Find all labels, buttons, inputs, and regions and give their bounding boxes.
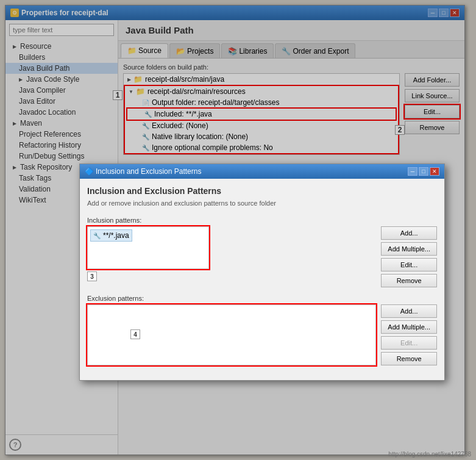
modal-dialog: 🔷 Inclusion and Exclusion Patterns ─ □ ✕… — [79, 164, 445, 381]
modal-icon: 🔷 — [85, 167, 93, 176]
inclusion-edit-button[interactable]: Edit... — [381, 258, 437, 271]
inclusion-list-container: 🔧 **/*.java 3 — [87, 226, 376, 287]
exclusion-row: 4 Add... Add Multiple... Edit... Remove — [87, 304, 437, 365]
inclusion-pattern-list: 🔧 **/*.java — [87, 226, 209, 269]
inclusion-label: Inclusion patterns: — [87, 217, 437, 224]
annotation-3-box: 🔧 **/*.java — [87, 226, 209, 269]
inclusion-add-multiple-button[interactable]: Add Multiple... — [381, 242, 437, 256]
exclusion-list-container: 4 — [87, 304, 376, 365]
annotation-4: 4 — [130, 329, 140, 339]
modal-description: Add or remove inclusion and exclusion pa… — [87, 199, 437, 207]
exclusion-label: Exclusion patterns: — [87, 295, 437, 302]
inclusion-remove-button[interactable]: Remove — [381, 274, 437, 287]
exclusion-add-button[interactable]: Add... — [381, 304, 437, 318]
inclusion-pattern-text: **/*.java — [103, 231, 129, 240]
inclusion-pattern-item[interactable]: 🔧 **/*.java — [90, 229, 132, 242]
modal-close-btn[interactable]: ✕ — [430, 167, 439, 176]
inclusion-add-button[interactable]: Add... — [381, 226, 437, 240]
modal-maximize-btn[interactable]: □ — [419, 167, 428, 176]
annotation-3: 3 — [87, 271, 97, 281]
exclusion-buttons: Add... Add Multiple... Edit... Remove — [381, 304, 437, 365]
modal-minimize-btn[interactable]: ─ — [408, 167, 417, 176]
exclusion-remove-button[interactable]: Remove — [381, 352, 437, 365]
inclusion-buttons: Add... Add Multiple... Edit... Remove — [381, 226, 437, 287]
exclusion-edit-button[interactable]: Edit... — [381, 336, 437, 350]
inclusion-row: 🔧 **/*.java 3 Add... Add Multiple... Edi… — [87, 226, 437, 287]
modal-heading: Inclusion and Exclusion Patterns — [87, 186, 437, 196]
exclusion-section: Exclusion patterns: 4 Add... Add Multipl… — [87, 295, 437, 365]
annotation-4-box: 4 — [87, 304, 376, 365]
pattern-icon: 🔧 — [93, 232, 101, 239]
modal-controls: ─ □ ✕ — [408, 167, 439, 176]
modal-body: Inclusion and Exclusion Patterns Add or … — [80, 179, 444, 380]
modal-title-bar: 🔷 Inclusion and Exclusion Patterns ─ □ ✕ — [80, 164, 444, 179]
modal-title-text: Inclusion and Exclusion Patterns — [96, 167, 201, 176]
inclusion-section: Inclusion patterns: 🔧 **/*.java 3 — [87, 217, 437, 287]
exclusion-add-multiple-button[interactable]: Add Multiple... — [381, 320, 437, 334]
